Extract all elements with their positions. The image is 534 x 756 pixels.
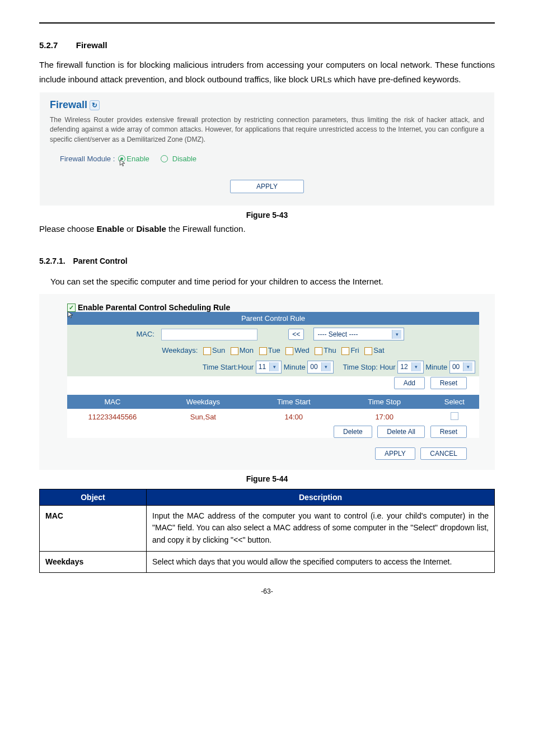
col-time-stop: Time Stop — [339, 395, 430, 409]
firewall-description: The Wireless Router provides extensive f… — [50, 115, 484, 144]
cursor-icon — [67, 311, 75, 319]
pc-intro: You can set the specific computer and ti… — [50, 274, 495, 289]
desc-header-description: Description — [147, 489, 495, 505]
start-hour-dropdown[interactable]: 11▾ — [256, 361, 282, 374]
parent-control-rule-table: Parent Control Rule MAC: << ---- Select … — [67, 312, 479, 460]
minute-label-1: Minute — [284, 362, 306, 371]
col-select: Select — [430, 395, 479, 409]
table-row: 112233445566 Sun,Sat 14:00 17:00 — [67, 409, 479, 425]
refresh-icon[interactable]: ↻ — [90, 100, 100, 110]
copy-mac-button[interactable]: << — [288, 329, 304, 340]
delete-all-button[interactable]: Delete All — [377, 426, 425, 438]
reset2-button[interactable]: Reset — [430, 426, 467, 438]
subsection-number: 5.2.7.1. — [39, 256, 65, 265]
choose-mid: or — [124, 224, 137, 234]
choose-disable: Disable — [136, 224, 166, 234]
firewall-module-label: Firewall Module : — [60, 155, 115, 163]
chevron-down-icon: ▾ — [463, 362, 472, 371]
start-min-dropdown[interactable]: 00▾ — [307, 361, 333, 374]
desc-header-object: Object — [40, 489, 147, 505]
row-weekdays: Sun,Sat — [158, 409, 249, 425]
page-divider — [39, 22, 495, 24]
firewall-screenshot: Firewall ↻ The Wireless Router provides … — [39, 92, 495, 206]
mac-input[interactable] — [161, 329, 257, 340]
pcr-title: Parent Control Rule — [67, 312, 479, 325]
start-min-value: 00 — [310, 363, 317, 371]
stop-hour-value: 12 — [400, 363, 407, 371]
enable-radio-label: Enable — [127, 155, 149, 163]
sat-checkbox[interactable] — [364, 347, 372, 355]
mon-checkbox[interactable] — [231, 347, 238, 355]
description-table: Object Description MAC Input the MAC add… — [39, 489, 495, 573]
intro-paragraph: The firewall function is for blocking ma… — [39, 58, 495, 86]
day-tue: Tue — [268, 346, 280, 354]
choose-line: Please choose Enable or Disable the Fire… — [39, 222, 495, 236]
desc-row1-desc: Input the MAC address of the computer yo… — [147, 505, 495, 551]
section-title: Firewall — [76, 40, 107, 50]
day-sun: Sun — [212, 346, 225, 354]
pc-apply-button[interactable]: APPLY — [375, 447, 415, 460]
delete-button[interactable]: Delete — [334, 426, 372, 438]
weekdays-label: Weekdays: — [162, 346, 198, 354]
chevron-down-icon: ▾ — [321, 362, 331, 371]
day-mon: Mon — [240, 346, 254, 354]
chevron-down-icon: ▾ — [392, 330, 401, 339]
choose-prefix: Please choose — [39, 224, 97, 234]
reset-button[interactable]: Reset — [430, 377, 467, 389]
figure-5-43-caption: Figure 5-43 — [39, 211, 495, 220]
mac-select-value: ---- Select ---- — [317, 330, 358, 338]
enable-pc-label: Enable Parental Control Scheduling Rule — [78, 303, 230, 312]
page-number: -63- — [39, 587, 495, 595]
minute-label-2: Minute — [425, 362, 447, 371]
col-mac: MAC — [67, 395, 158, 409]
wed-checkbox[interactable] — [285, 347, 293, 355]
day-thu: Thu — [324, 346, 336, 354]
day-fri: Fri — [350, 346, 359, 354]
time-start-label: Time Start:Hour — [203, 362, 254, 371]
chevron-down-icon: ▾ — [411, 362, 421, 371]
section-heading: 5.2.7 Firewall — [39, 40, 495, 50]
firewall-heading: Firewall — [50, 99, 87, 111]
desc-row2-obj: Weekdays — [40, 551, 147, 573]
stop-hour-dropdown[interactable]: 12▾ — [397, 361, 423, 374]
stop-min-value: 00 — [452, 363, 460, 371]
tue-checkbox[interactable] — [259, 347, 267, 355]
cursor-icon — [119, 159, 127, 167]
mac-select-dropdown[interactable]: ---- Select ---- ▾ — [313, 328, 404, 340]
parent-control-screenshot: ✓ Enable Parental Control Scheduling Rul… — [39, 294, 495, 470]
choose-suffix: the Firewall function. — [166, 224, 246, 234]
col-weekdays: Weekdays — [158, 395, 249, 409]
row-select-checkbox[interactable] — [451, 412, 458, 420]
desc-row2-desc: Select which days that you would allow t… — [147, 551, 495, 573]
stop-min-dropdown[interactable]: 00▾ — [449, 361, 475, 374]
apply-button[interactable]: APPLY — [230, 180, 304, 193]
disable-radio[interactable] — [161, 155, 168, 162]
section-number: 5.2.7 — [39, 40, 58, 50]
day-sat: Sat — [373, 346, 385, 354]
row-time-start: 14:00 — [249, 409, 339, 425]
sun-checkbox[interactable] — [203, 347, 211, 355]
thu-checkbox[interactable] — [315, 347, 322, 355]
start-hour-value: 11 — [259, 363, 266, 371]
mac-label: MAC: — [67, 325, 158, 343]
row-time-stop: 17:00 — [339, 409, 430, 425]
desc-row1-obj: MAC — [40, 505, 147, 551]
fri-checkbox[interactable] — [341, 347, 349, 355]
disable-radio-label: Disable — [172, 155, 196, 163]
figure-5-44-caption: Figure 5-44 — [39, 474, 495, 483]
day-wed: Wed — [294, 346, 310, 354]
chevron-down-icon: ▾ — [269, 362, 279, 371]
pc-cancel-button[interactable]: CANCEL — [420, 447, 467, 460]
add-button[interactable]: Add — [394, 377, 425, 389]
col-time-start: Time Start — [249, 395, 339, 409]
choose-enable: Enable — [97, 224, 124, 234]
time-stop-label: Time Stop: Hour — [343, 362, 395, 371]
subsection-heading: 5.2.7.1. Parent Control — [39, 256, 495, 265]
row-mac: 112233445566 — [67, 409, 158, 425]
subsection-title: Parent Control — [73, 256, 127, 265]
